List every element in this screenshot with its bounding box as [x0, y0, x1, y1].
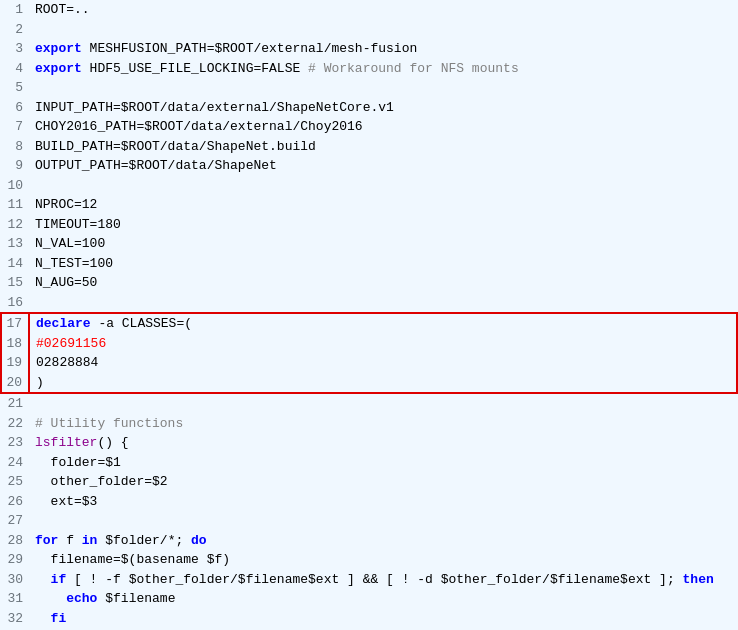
line-number: 18 [1, 334, 29, 354]
line-content: ext=$3 [29, 492, 737, 512]
line-content [29, 78, 737, 98]
line-content: # Utility functions [29, 414, 737, 434]
line-content: TIMEOUT=180 [29, 215, 737, 235]
table-row: 11NPROC=12 [1, 195, 737, 215]
line-content: ) [29, 373, 737, 394]
line-number: 19 [1, 353, 29, 373]
line-number: 1 [1, 0, 29, 20]
line-number: 5 [1, 78, 29, 98]
code-container: 1ROOT=..2 3export MESHFUSION_PATH=$ROOT/… [0, 0, 738, 630]
line-number: 12 [1, 215, 29, 235]
table-row: 16 [1, 293, 737, 314]
line-content [29, 393, 737, 414]
line-number: 16 [1, 293, 29, 314]
line-content: OUTPUT_PATH=$ROOT/data/ShapeNet [29, 156, 737, 176]
table-row: 1ROOT=.. [1, 0, 737, 20]
table-row: 29 filename=$(basename $f) [1, 550, 737, 570]
table-row: 2 [1, 20, 737, 40]
table-row: 4export HDF5_USE_FILE_LOCKING=FALSE # Wo… [1, 59, 737, 79]
line-number: 8 [1, 137, 29, 157]
table-row: 32 fi [1, 609, 737, 629]
line-number: 31 [1, 589, 29, 609]
line-number: 24 [1, 453, 29, 473]
line-number: 26 [1, 492, 29, 512]
line-number: 2 [1, 20, 29, 40]
table-row: 12TIMEOUT=180 [1, 215, 737, 235]
line-content [29, 293, 737, 314]
table-row: 22# Utility functions [1, 414, 737, 434]
line-number: 29 [1, 550, 29, 570]
line-content: folder=$1 [29, 453, 737, 473]
table-row: 27 [1, 511, 737, 531]
line-content: NPROC=12 [29, 195, 737, 215]
line-number: 21 [1, 393, 29, 414]
table-row: 20) [1, 373, 737, 394]
line-number: 27 [1, 511, 29, 531]
table-row: 24 folder=$1 [1, 453, 737, 473]
line-number: 23 [1, 433, 29, 453]
line-number: 30 [1, 570, 29, 590]
table-row: 18#02691156 [1, 334, 737, 354]
table-row: 10 [1, 176, 737, 196]
table-row: 1902828884 [1, 353, 737, 373]
line-content: N_VAL=100 [29, 234, 737, 254]
line-number: 14 [1, 254, 29, 274]
line-content: ROOT=.. [29, 0, 737, 20]
line-number: 9 [1, 156, 29, 176]
table-row: 9OUTPUT_PATH=$ROOT/data/ShapeNet [1, 156, 737, 176]
line-content: export MESHFUSION_PATH=$ROOT/external/me… [29, 39, 737, 59]
line-number: 22 [1, 414, 29, 434]
line-number: 28 [1, 531, 29, 551]
line-content: for f in $folder/*; do [29, 531, 737, 551]
table-row: 7CHOY2016_PATH=$ROOT/data/external/Choy2… [1, 117, 737, 137]
line-number: 15 [1, 273, 29, 293]
line-number: 10 [1, 176, 29, 196]
table-row: 14N_TEST=100 [1, 254, 737, 274]
line-number: 11 [1, 195, 29, 215]
line-content: N_AUG=50 [29, 273, 737, 293]
line-content: N_TEST=100 [29, 254, 737, 274]
line-content: #02691156 [29, 334, 737, 354]
line-content: CHOY2016_PATH=$ROOT/data/external/Choy20… [29, 117, 737, 137]
line-content: declare -a CLASSES=( [29, 313, 737, 334]
line-content [29, 511, 737, 531]
line-content: other_folder=$2 [29, 472, 737, 492]
table-row: 5 [1, 78, 737, 98]
table-row: 3export MESHFUSION_PATH=$ROOT/external/m… [1, 39, 737, 59]
line-number: 3 [1, 39, 29, 59]
line-content: filename=$(basename $f) [29, 550, 737, 570]
line-content: INPUT_PATH=$ROOT/data/external/ShapeNetC… [29, 98, 737, 118]
code-table: 1ROOT=..2 3export MESHFUSION_PATH=$ROOT/… [0, 0, 738, 630]
table-row: 28for f in $folder/*; do [1, 531, 737, 551]
table-row: 8BUILD_PATH=$ROOT/data/ShapeNet.build [1, 137, 737, 157]
line-number: 17 [1, 313, 29, 334]
table-row: 23lsfilter() { [1, 433, 737, 453]
table-row: 25 other_folder=$2 [1, 472, 737, 492]
line-number: 13 [1, 234, 29, 254]
line-content: BUILD_PATH=$ROOT/data/ShapeNet.build [29, 137, 737, 157]
line-number: 32 [1, 609, 29, 629]
line-content [29, 176, 737, 196]
line-content: lsfilter() { [29, 433, 737, 453]
line-content: 02828884 [29, 353, 737, 373]
line-number: 6 [1, 98, 29, 118]
table-row: 17declare -a CLASSES=( [1, 313, 737, 334]
line-number: 7 [1, 117, 29, 137]
table-row: 13N_VAL=100 [1, 234, 737, 254]
table-row: 30 if [ ! -f $other_folder/$filename$ext… [1, 570, 737, 590]
line-content: fi [29, 609, 737, 629]
line-content: echo $filename [29, 589, 737, 609]
line-content: if [ ! -f $other_folder/$filename$ext ] … [29, 570, 737, 590]
table-row: 21 [1, 393, 737, 414]
line-content: export HDF5_USE_FILE_LOCKING=FALSE # Wor… [29, 59, 737, 79]
table-row: 6INPUT_PATH=$ROOT/data/external/ShapeNet… [1, 98, 737, 118]
table-row: 31 echo $filename [1, 589, 737, 609]
line-number: 4 [1, 59, 29, 79]
table-row: 15N_AUG=50 [1, 273, 737, 293]
line-content [29, 20, 737, 40]
line-number: 25 [1, 472, 29, 492]
table-row: 26 ext=$3 [1, 492, 737, 512]
line-number: 20 [1, 373, 29, 394]
